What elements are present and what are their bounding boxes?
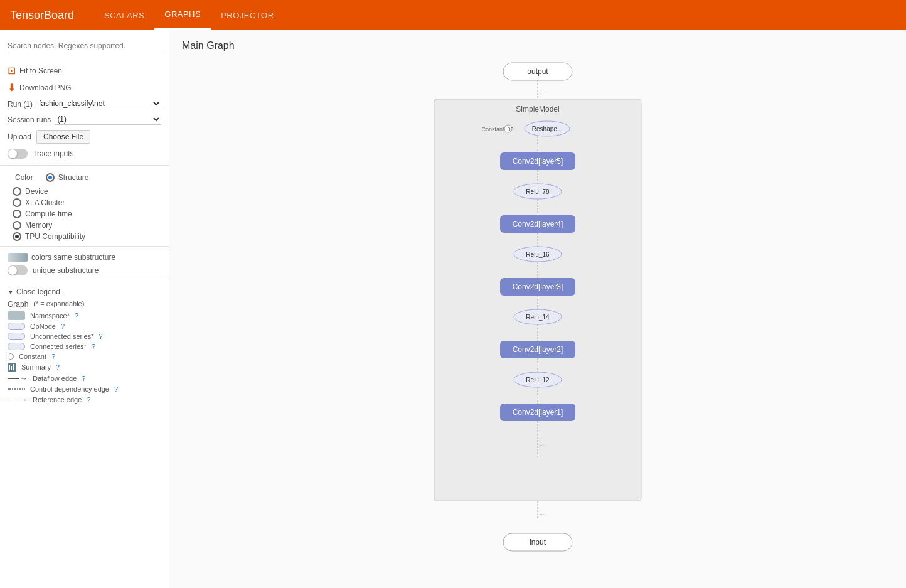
nav-scalars[interactable]: SCALARS: [94, 0, 154, 30]
color-compute-radio[interactable]: [13, 210, 21, 218]
trace-inputs-toggle[interactable]: [8, 149, 28, 159]
dataflow-arrow-icon: →: [8, 374, 28, 383]
constant-icon: [8, 353, 14, 360]
color-tpu-radio[interactable]: [13, 232, 21, 241]
input-node[interactable]: input: [503, 533, 572, 551]
conv5-node[interactable]: Conv2d[layer5]: [500, 152, 575, 170]
namespace-help-link[interactable]: ?: [75, 312, 78, 319]
colors-same-row: colors same substructure: [0, 250, 169, 264]
divider-2: [0, 246, 169, 247]
graph-title: Main Graph: [169, 30, 906, 56]
legend-namespace-label: Namespace*: [30, 312, 70, 319]
color-structure-label: Structure: [58, 173, 89, 182]
svg-rect-1: [11, 366, 12, 370]
unconnected-icon: [8, 333, 25, 340]
control-edge-icon: [8, 388, 25, 390]
unique-substructure-row: unique substructure: [0, 264, 169, 277]
constant-help-link[interactable]: ?: [51, 353, 55, 360]
color-xla-label: XLA Cluster: [25, 198, 65, 207]
color-memory-option[interactable]: Memory: [0, 220, 169, 231]
app-brand: TensorBoard: [10, 9, 74, 22]
download-png-button[interactable]: ⬇ Download PNG: [0, 79, 169, 96]
box-input-label: ...: [540, 510, 545, 516]
svg-text:Conv2d[layer1]: Conv2d[layer1]: [513, 408, 563, 417]
color-xla-option[interactable]: XLA Cluster: [0, 197, 169, 208]
content-area: Main Graph output ... SimpleModel: [169, 30, 906, 588]
session-runs-select[interactable]: (1): [55, 114, 161, 125]
nav-projector[interactable]: PROJECTOR: [211, 0, 284, 30]
svg-text:Relu_78: Relu_78: [526, 188, 550, 195]
conv2-node[interactable]: Conv2d[layer2]: [500, 341, 575, 358]
color-section: Color Structure: [0, 169, 169, 186]
legend-summary-label: Summary: [21, 363, 51, 371]
legend-dataflow-label: Dataflow edge: [33, 375, 77, 382]
output-connector-label: ...: [540, 89, 545, 95]
svg-text:Conv2d[layer5]: Conv2d[layer5]: [513, 157, 563, 166]
graph-legend-label: Graph: [8, 300, 28, 309]
upload-row: Upload Choose File: [0, 127, 169, 146]
relu78-node[interactable]: Relu_78: [514, 184, 562, 199]
legend-opnode-label: OpNode: [30, 323, 56, 330]
relu12-node[interactable]: Relu_12: [514, 372, 562, 387]
color-memory-radio[interactable]: [13, 221, 21, 230]
color-compute-option[interactable]: Compute time: [0, 208, 169, 220]
fit-screen-button[interactable]: ⊡ Fit to Screen: [0, 62, 169, 79]
dataflow-help-link[interactable]: ?: [82, 375, 85, 382]
connected-help-link[interactable]: ?: [92, 343, 95, 350]
color-structure-radio[interactable]: [46, 173, 55, 182]
summary-icon: [8, 363, 16, 372]
legend-constant-label: Constant: [19, 353, 46, 360]
nav-graphs[interactable]: GRAPHS: [154, 0, 211, 30]
connected-icon: [8, 343, 25, 350]
sidebar: ⊡ Fit to Screen ⬇ Download PNG Run (1) f…: [0, 30, 169, 588]
color-device-option[interactable]: Device: [0, 186, 169, 197]
color-structure-option[interactable]: Structure: [46, 172, 102, 183]
fit-screen-icon: ⊡: [8, 65, 16, 77]
svg-rect-2: [13, 364, 14, 370]
search-input[interactable]: [8, 39, 161, 53]
run-select[interactable]: fashion_classify\net: [36, 99, 161, 109]
close-legend-button[interactable]: ▼ Close legend.: [0, 285, 169, 299]
unconnected-help-link[interactable]: ?: [99, 333, 103, 340]
control-help-link[interactable]: ?: [114, 385, 118, 393]
constant-30-node[interactable]: Constant_30: [481, 125, 513, 132]
conv4-node[interactable]: Conv2d[layer4]: [500, 215, 575, 233]
svg-text:input: input: [530, 538, 546, 547]
download-icon: ⬇: [8, 82, 16, 94]
session-runs-row: Session runs (1): [0, 112, 169, 127]
namespace-icon: [8, 311, 25, 320]
opnode-help-link[interactable]: ?: [61, 323, 65, 330]
trace-inputs-label: Trace inputs: [33, 149, 74, 158]
run-label: Run (1): [8, 100, 33, 109]
graph-canvas[interactable]: output ... SimpleModel Reshape... Consta…: [169, 56, 906, 582]
choose-file-button[interactable]: Choose File: [36, 130, 90, 144]
reshape-node[interactable]: Reshape...: [525, 121, 570, 136]
svg-text:Conv2d[layer2]: Conv2d[layer2]: [513, 345, 563, 354]
color-xla-radio[interactable]: [13, 198, 21, 207]
legend-connected: Connected series* ?: [0, 341, 169, 351]
relu16-node[interactable]: Relu_16: [514, 247, 562, 262]
unique-substructure-toggle[interactable]: [8, 265, 28, 275]
graph-svg: output ... SimpleModel Reshape... Consta…: [318, 56, 757, 582]
search-section: [0, 35, 169, 62]
conv3-node[interactable]: Conv2d[layer3]: [500, 278, 575, 296]
color-device-radio[interactable]: [13, 187, 21, 196]
summary-help-link[interactable]: ?: [56, 363, 60, 371]
svg-text:Conv2d[layer3]: Conv2d[layer3]: [513, 282, 563, 291]
relu14-node[interactable]: Relu_14: [514, 309, 562, 324]
legend-ref-label: Reference edge: [33, 396, 82, 404]
divider-3: [0, 281, 169, 281]
legend-ref: → Reference edge ?: [0, 394, 169, 405]
conv1-node[interactable]: Conv2d[layer1]: [500, 404, 575, 421]
svg-text:output: output: [527, 67, 548, 76]
expandable-note: (* = expandable): [33, 300, 84, 309]
download-png-label: Download PNG: [19, 83, 72, 92]
color-tpu-option[interactable]: TPU Compatibility: [0, 231, 169, 242]
output-node[interactable]: output: [503, 63, 572, 80]
legend-namespace: Namespace* ?: [0, 310, 169, 321]
simple-model-label: SimpleModel: [516, 105, 559, 114]
graph-legend-header: Graph (* = expandable): [0, 299, 169, 310]
unique-substructure-label: unique substructure: [33, 266, 99, 275]
fit-screen-label: Fit to Screen: [19, 67, 62, 75]
ref-help-link[interactable]: ?: [87, 396, 90, 404]
